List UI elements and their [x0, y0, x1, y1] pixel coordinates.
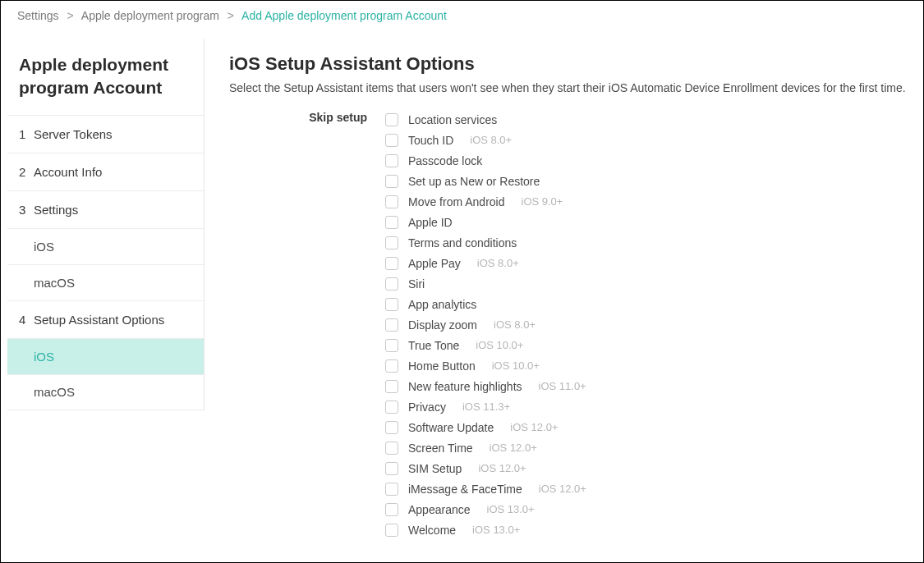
breadcrumb-item-program[interactable]: Apple deployment program [81, 9, 219, 22]
skip-option-meta: iOS 13.0+ [487, 503, 535, 515]
skip-option-label: Terms and conditions [408, 236, 517, 249]
checkbox[interactable] [385, 359, 398, 373]
page-subtitle: Select the Setup Assistant items that us… [229, 81, 907, 94]
skip-option-label: Home Button [408, 359, 476, 373]
skip-option-label: Location services [408, 113, 497, 126]
skip-option-label: Privacy [408, 401, 446, 414]
skip-option-meta: iOS 11.0+ [539, 380, 586, 392]
nav-step-3[interactable]: 3Settings [7, 190, 204, 228]
skip-option-row: Software UpdateiOS 12.0+ [385, 417, 907, 437]
skip-option-row: Terms and conditions [385, 232, 907, 253]
skip-option-label: Siri [408, 277, 425, 291]
skip-option-row: Screen TimeiOS 12.0+ [385, 437, 907, 458]
checkbox[interactable] [385, 380, 398, 393]
skip-option-label: Appearance [408, 503, 471, 516]
nav-step-label: Settings [34, 203, 78, 217]
nav-sub-macos[interactable]: macOS [7, 374, 204, 410]
skip-option-row: Move from AndroidiOS 9.0+ [385, 191, 907, 212]
nav-step-number: 2 [19, 165, 34, 179]
checkbox[interactable] [385, 483, 398, 496]
checkbox[interactable] [385, 236, 398, 249]
nav-sub-ios[interactable]: iOS [7, 228, 204, 264]
skip-option-meta: iOS 13.0+ [472, 524, 520, 536]
skip-option-label: Move from Android [408, 195, 505, 208]
skip-option-row: AppearanceiOS 13.0+ [385, 499, 907, 520]
checkbox[interactable] [385, 195, 398, 208]
skip-option-meta: iOS 12.0+ [510, 421, 558, 433]
skip-option-label: Set up as New or Restore [408, 175, 540, 188]
nav-step-number: 4 [19, 313, 34, 327]
nav-step-number: 3 [19, 203, 34, 217]
sidebar-heading: Apple deployment program Account [7, 53, 204, 115]
skip-option-label: True Tone [408, 339, 459, 352]
skip-option-label: SIM Setup [408, 462, 462, 475]
breadcrumb: Settings > Apple deployment program > Ad… [1, 1, 923, 39]
skip-option-meta: iOS 12.0+ [478, 462, 526, 474]
skip-option-row: App analytics [385, 294, 907, 314]
skip-option-row: Location services [385, 109, 907, 130]
breadcrumb-sep: > [67, 9, 73, 22]
skip-option-row: Apple PayiOS 8.0+ [385, 253, 907, 273]
skip-option-label: Apple Pay [408, 257, 461, 270]
checkbox[interactable] [385, 134, 398, 147]
breadcrumb-sep: > [228, 9, 234, 22]
checkbox[interactable] [385, 154, 398, 167]
skip-option-row: Passcode lock [385, 150, 907, 171]
skip-option-meta: iOS 11.3+ [462, 401, 510, 413]
checkbox[interactable] [385, 277, 398, 291]
skip-option-label: App analytics [408, 298, 476, 311]
checkbox[interactable] [385, 421, 398, 434]
skip-option-meta: iOS 12.0+ [539, 483, 586, 495]
checkbox[interactable] [385, 175, 398, 188]
checkbox[interactable] [385, 442, 398, 455]
skip-option-row: True ToneiOS 10.0+ [385, 335, 907, 355]
skip-option-meta: iOS 12.0+ [490, 442, 537, 454]
nav-step-2[interactable]: 2Account Info [7, 153, 204, 190]
skip-option-meta: iOS 8.0+ [477, 257, 519, 269]
skip-option-row: Apple ID [385, 212, 907, 232]
skip-option-meta: iOS 8.0+ [494, 318, 536, 331]
main-panel: iOS Setup Assistant Options Select the S… [205, 39, 923, 540]
breadcrumb-item-settings[interactable]: Settings [17, 9, 59, 22]
nav-sub-macos[interactable]: macOS [7, 264, 204, 300]
skip-option-label: Display zoom [408, 318, 477, 332]
skip-option-row: Home ButtoniOS 10.0+ [385, 355, 907, 376]
checkbox[interactable] [385, 113, 398, 126]
nav-step-label: Setup Assistant Options [34, 313, 164, 327]
breadcrumb-item-add-account[interactable]: Add Apple deployment program Account [241, 9, 447, 22]
skip-option-row: Touch IDiOS 8.0+ [385, 130, 907, 150]
checkbox[interactable] [385, 318, 398, 332]
sidebar: Apple deployment program Account 1Server… [7, 39, 205, 410]
checkbox[interactable] [385, 401, 398, 414]
nav-sub-ios[interactable]: iOS [7, 338, 204, 374]
checkbox[interactable] [385, 298, 398, 311]
page-title: iOS Setup Assistant Options [229, 53, 907, 75]
skip-option-label: Apple ID [408, 216, 453, 229]
skip-option-label: Screen Time [408, 442, 473, 455]
nav-step-1[interactable]: 1Server Tokens [7, 115, 204, 153]
skip-option-row: iMessage & FaceTimeiOS 12.0+ [385, 478, 907, 499]
checkbox[interactable] [385, 462, 398, 475]
checkbox[interactable] [385, 339, 398, 352]
skip-option-label: iMessage & FaceTime [408, 483, 522, 496]
skip-option-meta: iOS 10.0+ [476, 339, 523, 351]
skip-option-row: Set up as New or Restore [385, 171, 907, 191]
skip-option-label: Touch ID [408, 134, 453, 147]
skip-option-meta: iOS 9.0+ [522, 195, 563, 208]
skip-option-meta: iOS 10.0+ [492, 359, 540, 372]
checkbox[interactable] [385, 216, 398, 229]
skip-option-meta: iOS 8.0+ [470, 134, 512, 146]
skip-option-label: Passcode lock [408, 154, 482, 167]
nav-step-4[interactable]: 4Setup Assistant Options [7, 300, 204, 338]
nav-step-label: Account Info [34, 165, 102, 179]
checkbox[interactable] [385, 524, 398, 537]
skip-option-label: Welcome [408, 524, 456, 537]
checkbox[interactable] [385, 257, 398, 270]
checkbox[interactable] [385, 503, 398, 516]
nav-step-number: 1 [19, 127, 34, 141]
nav-step-label: Server Tokens [34, 127, 113, 141]
skip-option-row: WelcomeiOS 13.0+ [385, 520, 907, 540]
skip-setup-label: Skip setup [229, 109, 385, 124]
skip-option-label: New feature highlights [408, 380, 522, 393]
skip-option-row: New feature highlightsiOS 11.0+ [385, 376, 907, 396]
